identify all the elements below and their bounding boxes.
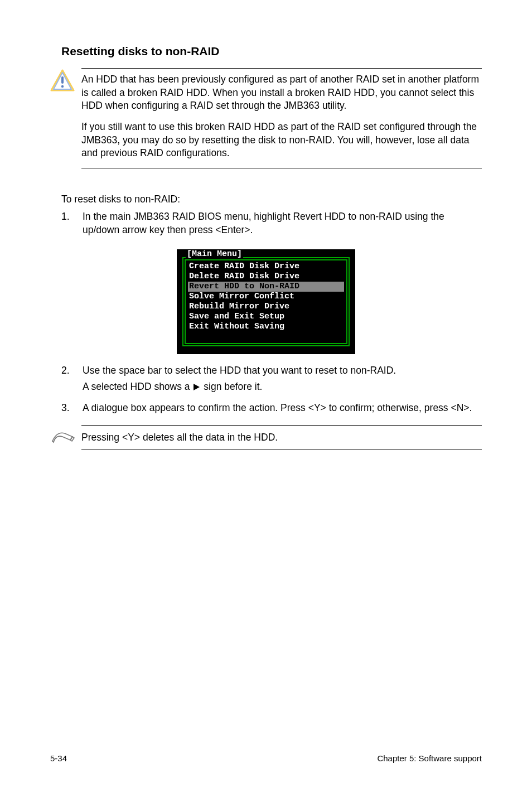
svg-rect-2: [61, 76, 64, 84]
page-number: 5-34: [50, 753, 67, 763]
bios-menu-item: Solve Mirror Conflict: [188, 292, 344, 302]
note-text: Pressing <Y> deletes all the data in the…: [81, 425, 482, 451]
step-1: 1. In the main JMB363 RAID BIOS menu, hi…: [61, 210, 482, 236]
triangle-icon: [194, 384, 200, 390]
step-number: 2.: [61, 364, 83, 397]
step-2: 2. Use the space bar to select the HDD t…: [61, 364, 482, 397]
chapter-label: Chapter 5: Software support: [377, 753, 482, 763]
warning-paragraph-1: An HDD that has been previously configur…: [81, 73, 482, 113]
warning-paragraph-2: If you still want to use this broken RAI…: [81, 120, 482, 160]
section-heading: Resetting disks to non-RAID: [50, 45, 482, 58]
pencil-note-icon: [50, 429, 81, 446]
svg-point-3: [61, 85, 64, 88]
step-text-fragment: sign before it.: [201, 381, 262, 392]
warning-callout: An HDD that has been previously configur…: [50, 68, 482, 168]
bios-menu-screenshot: [Main Menu] Create RAID Disk Drive Delet…: [177, 249, 355, 354]
bios-menu-item: Save and Exit Setup: [188, 312, 344, 322]
bios-menu-item: Delete RAID Disk Drive: [188, 272, 344, 282]
note-callout: Pressing <Y> deletes all the data in the…: [50, 425, 482, 451]
bios-menu-item: Rebuild Mirror Drive: [188, 302, 344, 312]
step-number: 1.: [61, 210, 83, 236]
bios-menu-item: Create RAID Disk Drive: [188, 262, 344, 272]
intro-text: To reset disks to non-RAID:: [61, 193, 482, 206]
step-text: Use the space bar to select the HDD that…: [83, 364, 482, 378]
bios-menu-title: [Main Menu]: [186, 249, 243, 259]
step-text: A dialogue box appears to confirm the ac…: [83, 402, 482, 415]
step-number: 3.: [61, 402, 83, 415]
warning-icon: [50, 68, 81, 91]
step-text: In the main JMB363 RAID BIOS menu, highl…: [83, 210, 482, 236]
step-3: 3. A dialogue box appears to confirm the…: [61, 402, 482, 415]
bios-menu-item-selected: Revert HDD to Non-RAID: [188, 282, 344, 292]
step-text: A selected HDD shows a sign before it.: [83, 380, 482, 394]
bios-menu-item: Exit Without Saving: [188, 322, 344, 332]
step-text-fragment: A selected HDD shows a: [83, 381, 192, 392]
